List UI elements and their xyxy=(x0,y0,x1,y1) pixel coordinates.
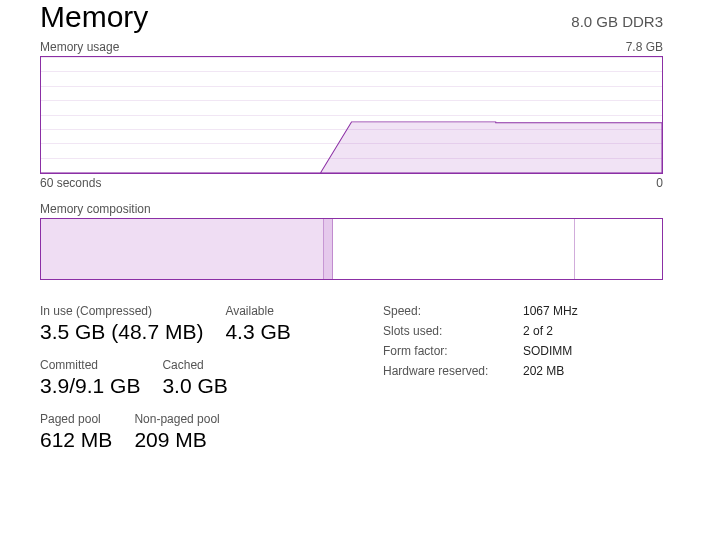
info-form-factor: Form factor: SODIMM xyxy=(383,344,663,358)
stat-available-value: 4.3 GB xyxy=(225,320,290,344)
info-hw-reserved: Hardware reserved: 202 MB xyxy=(383,364,663,378)
info-slots-value: 2 of 2 xyxy=(523,324,553,338)
stats-left-column: In use (Compressed) 3.5 GB (48.7 MB) Ava… xyxy=(40,304,353,466)
info-form-factor-value: SODIMM xyxy=(523,344,572,358)
info-slots-label: Slots used: xyxy=(383,324,523,338)
stat-in-use-label: In use (Compressed) xyxy=(40,304,203,318)
info-slots: Slots used: 2 of 2 xyxy=(383,324,663,338)
stat-committed-label: Committed xyxy=(40,358,140,372)
usage-chart-area xyxy=(41,57,662,173)
info-speed-value: 1067 MHz xyxy=(523,304,578,318)
stat-committed-value: 3.9/9.1 GB xyxy=(40,374,140,398)
info-hw-reserved-label: Hardware reserved: xyxy=(383,364,523,378)
info-speed: Speed: 1067 MHz xyxy=(383,304,663,318)
stat-cached-label: Cached xyxy=(162,358,227,372)
info-hw-reserved-value: 202 MB xyxy=(523,364,564,378)
info-speed-label: Speed: xyxy=(383,304,523,318)
stat-committed: Committed 3.9/9.1 GB xyxy=(40,358,140,398)
stat-cached-value: 3.0 GB xyxy=(162,374,227,398)
usage-chart-xmin: 0 xyxy=(656,176,663,190)
stat-available: Available 4.3 GB xyxy=(225,304,290,344)
stat-paged-pool: Paged pool 612 MB xyxy=(40,412,112,452)
page-title: Memory xyxy=(40,0,148,34)
stat-in-use-value: 3.5 GB (48.7 MB) xyxy=(40,320,203,344)
composition-chart-title: Memory composition xyxy=(40,202,151,216)
info-form-factor-label: Form factor: xyxy=(383,344,523,358)
composition-modified xyxy=(324,219,333,279)
memory-usage-chart xyxy=(40,56,663,174)
usage-chart-title: Memory usage xyxy=(40,40,119,54)
stat-non-paged-pool: Non-paged pool 209 MB xyxy=(134,412,219,452)
stat-non-paged-pool-label: Non-paged pool xyxy=(134,412,219,426)
stat-in-use: In use (Compressed) 3.5 GB (48.7 MB) xyxy=(40,304,203,344)
stat-available-label: Available xyxy=(225,304,290,318)
stat-cached: Cached 3.0 GB xyxy=(162,358,227,398)
stat-paged-pool-value: 612 MB xyxy=(40,428,112,452)
composition-standby xyxy=(333,219,575,279)
usage-chart-ymax: 7.8 GB xyxy=(626,40,663,54)
stat-non-paged-pool-value: 209 MB xyxy=(134,428,219,452)
stats-right-column: Speed: 1067 MHz Slots used: 2 of 2 Form … xyxy=(383,304,663,384)
stat-paged-pool-label: Paged pool xyxy=(40,412,112,426)
memory-capacity: 8.0 GB DDR3 xyxy=(571,13,663,30)
memory-composition-chart xyxy=(40,218,663,280)
usage-chart-xmax: 60 seconds xyxy=(40,176,101,190)
composition-free xyxy=(575,219,662,279)
composition-inuse xyxy=(41,219,324,279)
